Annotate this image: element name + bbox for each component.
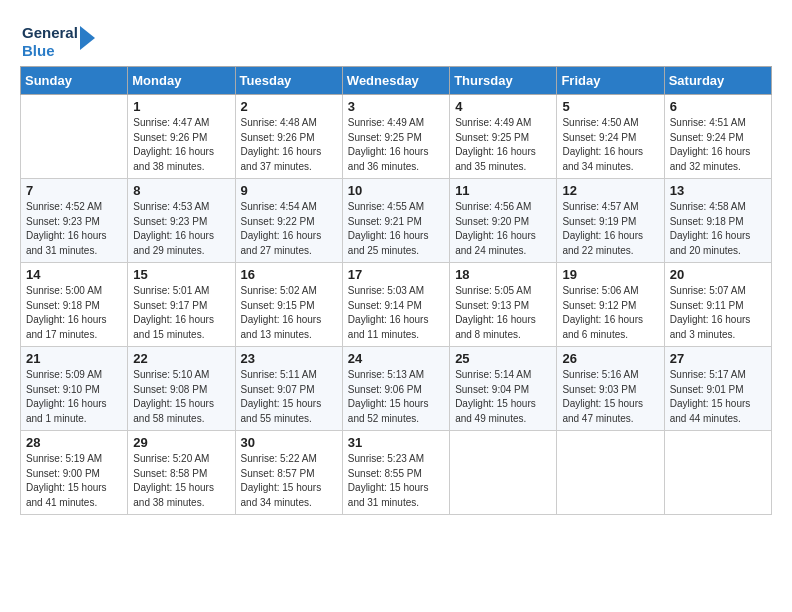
calendar-table: SundayMondayTuesdayWednesdayThursdayFrid… [20, 66, 772, 515]
day-number: 1 [133, 99, 229, 114]
day-info: Sunrise: 4:52 AM Sunset: 9:23 PM Dayligh… [26, 200, 122, 258]
calendar-cell: 11Sunrise: 4:56 AM Sunset: 9:20 PM Dayli… [450, 179, 557, 263]
day-info: Sunrise: 4:50 AM Sunset: 9:24 PM Dayligh… [562, 116, 658, 174]
calendar-cell: 31Sunrise: 5:23 AM Sunset: 8:55 PM Dayli… [342, 431, 449, 515]
day-header-sunday: Sunday [21, 67, 128, 95]
day-number: 27 [670, 351, 766, 366]
day-number: 26 [562, 351, 658, 366]
day-info: Sunrise: 4:55 AM Sunset: 9:21 PM Dayligh… [348, 200, 444, 258]
calendar-cell: 25Sunrise: 5:14 AM Sunset: 9:04 PM Dayli… [450, 347, 557, 431]
day-number: 15 [133, 267, 229, 282]
day-info: Sunrise: 5:14 AM Sunset: 9:04 PM Dayligh… [455, 368, 551, 426]
calendar-cell: 27Sunrise: 5:17 AM Sunset: 9:01 PM Dayli… [664, 347, 771, 431]
day-number: 24 [348, 351, 444, 366]
day-info: Sunrise: 4:53 AM Sunset: 9:23 PM Dayligh… [133, 200, 229, 258]
day-number: 20 [670, 267, 766, 282]
day-number: 12 [562, 183, 658, 198]
calendar-cell: 23Sunrise: 5:11 AM Sunset: 9:07 PM Dayli… [235, 347, 342, 431]
day-number: 7 [26, 183, 122, 198]
day-info: Sunrise: 4:48 AM Sunset: 9:26 PM Dayligh… [241, 116, 337, 174]
calendar-cell: 13Sunrise: 4:58 AM Sunset: 9:18 PM Dayli… [664, 179, 771, 263]
day-info: Sunrise: 4:56 AM Sunset: 9:20 PM Dayligh… [455, 200, 551, 258]
calendar-cell: 18Sunrise: 5:05 AM Sunset: 9:13 PM Dayli… [450, 263, 557, 347]
day-header-tuesday: Tuesday [235, 67, 342, 95]
page-header: GeneralBlue [20, 20, 772, 62]
calendar-cell: 12Sunrise: 4:57 AM Sunset: 9:19 PM Dayli… [557, 179, 664, 263]
day-number: 28 [26, 435, 122, 450]
day-header-thursday: Thursday [450, 67, 557, 95]
day-header-wednesday: Wednesday [342, 67, 449, 95]
day-info: Sunrise: 5:13 AM Sunset: 9:06 PM Dayligh… [348, 368, 444, 426]
calendar-cell: 26Sunrise: 5:16 AM Sunset: 9:03 PM Dayli… [557, 347, 664, 431]
calendar-cell [557, 431, 664, 515]
calendar-cell: 20Sunrise: 5:07 AM Sunset: 9:11 PM Dayli… [664, 263, 771, 347]
day-number: 13 [670, 183, 766, 198]
calendar-cell: 3Sunrise: 4:49 AM Sunset: 9:25 PM Daylig… [342, 95, 449, 179]
day-number: 21 [26, 351, 122, 366]
calendar-cell: 2Sunrise: 4:48 AM Sunset: 9:26 PM Daylig… [235, 95, 342, 179]
calendar-cell: 7Sunrise: 4:52 AM Sunset: 9:23 PM Daylig… [21, 179, 128, 263]
day-number: 29 [133, 435, 229, 450]
day-info: Sunrise: 5:06 AM Sunset: 9:12 PM Dayligh… [562, 284, 658, 342]
day-info: Sunrise: 5:22 AM Sunset: 8:57 PM Dayligh… [241, 452, 337, 510]
calendar-cell: 19Sunrise: 5:06 AM Sunset: 9:12 PM Dayli… [557, 263, 664, 347]
day-number: 30 [241, 435, 337, 450]
day-number: 22 [133, 351, 229, 366]
day-number: 31 [348, 435, 444, 450]
day-info: Sunrise: 5:00 AM Sunset: 9:18 PM Dayligh… [26, 284, 122, 342]
day-info: Sunrise: 5:23 AM Sunset: 8:55 PM Dayligh… [348, 452, 444, 510]
day-number: 16 [241, 267, 337, 282]
day-info: Sunrise: 5:17 AM Sunset: 9:01 PM Dayligh… [670, 368, 766, 426]
calendar-cell: 21Sunrise: 5:09 AM Sunset: 9:10 PM Dayli… [21, 347, 128, 431]
calendar-cell [664, 431, 771, 515]
day-number: 23 [241, 351, 337, 366]
calendar-cell: 30Sunrise: 5:22 AM Sunset: 8:57 PM Dayli… [235, 431, 342, 515]
day-info: Sunrise: 5:03 AM Sunset: 9:14 PM Dayligh… [348, 284, 444, 342]
day-number: 14 [26, 267, 122, 282]
calendar-cell: 17Sunrise: 5:03 AM Sunset: 9:14 PM Dayli… [342, 263, 449, 347]
day-number: 19 [562, 267, 658, 282]
day-info: Sunrise: 5:02 AM Sunset: 9:15 PM Dayligh… [241, 284, 337, 342]
day-number: 18 [455, 267, 551, 282]
day-header-friday: Friday [557, 67, 664, 95]
day-number: 3 [348, 99, 444, 114]
calendar-cell: 14Sunrise: 5:00 AM Sunset: 9:18 PM Dayli… [21, 263, 128, 347]
calendar-week-4: 21Sunrise: 5:09 AM Sunset: 9:10 PM Dayli… [21, 347, 772, 431]
day-info: Sunrise: 4:47 AM Sunset: 9:26 PM Dayligh… [133, 116, 229, 174]
day-header-monday: Monday [128, 67, 235, 95]
day-info: Sunrise: 4:51 AM Sunset: 9:24 PM Dayligh… [670, 116, 766, 174]
day-number: 8 [133, 183, 229, 198]
day-info: Sunrise: 5:20 AM Sunset: 8:58 PM Dayligh… [133, 452, 229, 510]
day-number: 4 [455, 99, 551, 114]
svg-text:General: General [22, 24, 78, 41]
day-info: Sunrise: 4:58 AM Sunset: 9:18 PM Dayligh… [670, 200, 766, 258]
day-number: 17 [348, 267, 444, 282]
calendar-cell: 4Sunrise: 4:49 AM Sunset: 9:25 PM Daylig… [450, 95, 557, 179]
calendar-cell: 15Sunrise: 5:01 AM Sunset: 9:17 PM Dayli… [128, 263, 235, 347]
day-info: Sunrise: 4:49 AM Sunset: 9:25 PM Dayligh… [348, 116, 444, 174]
day-info: Sunrise: 5:07 AM Sunset: 9:11 PM Dayligh… [670, 284, 766, 342]
calendar-body: 1Sunrise: 4:47 AM Sunset: 9:26 PM Daylig… [21, 95, 772, 515]
calendar-cell [450, 431, 557, 515]
day-info: Sunrise: 5:01 AM Sunset: 9:17 PM Dayligh… [133, 284, 229, 342]
day-info: Sunrise: 4:57 AM Sunset: 9:19 PM Dayligh… [562, 200, 658, 258]
svg-marker-0 [80, 26, 95, 50]
calendar-cell: 24Sunrise: 5:13 AM Sunset: 9:06 PM Dayli… [342, 347, 449, 431]
day-info: Sunrise: 5:05 AM Sunset: 9:13 PM Dayligh… [455, 284, 551, 342]
logo-svg: GeneralBlue [20, 20, 100, 62]
day-number: 10 [348, 183, 444, 198]
day-info: Sunrise: 5:16 AM Sunset: 9:03 PM Dayligh… [562, 368, 658, 426]
day-number: 25 [455, 351, 551, 366]
calendar-header: SundayMondayTuesdayWednesdayThursdayFrid… [21, 67, 772, 95]
logo: GeneralBlue [20, 20, 100, 62]
calendar-cell: 9Sunrise: 4:54 AM Sunset: 9:22 PM Daylig… [235, 179, 342, 263]
calendar-cell [21, 95, 128, 179]
calendar-cell: 6Sunrise: 4:51 AM Sunset: 9:24 PM Daylig… [664, 95, 771, 179]
calendar-week-2: 7Sunrise: 4:52 AM Sunset: 9:23 PM Daylig… [21, 179, 772, 263]
day-info: Sunrise: 5:11 AM Sunset: 9:07 PM Dayligh… [241, 368, 337, 426]
day-header-saturday: Saturday [664, 67, 771, 95]
day-number: 2 [241, 99, 337, 114]
calendar-week-5: 28Sunrise: 5:19 AM Sunset: 9:00 PM Dayli… [21, 431, 772, 515]
day-info: Sunrise: 4:49 AM Sunset: 9:25 PM Dayligh… [455, 116, 551, 174]
day-number: 11 [455, 183, 551, 198]
